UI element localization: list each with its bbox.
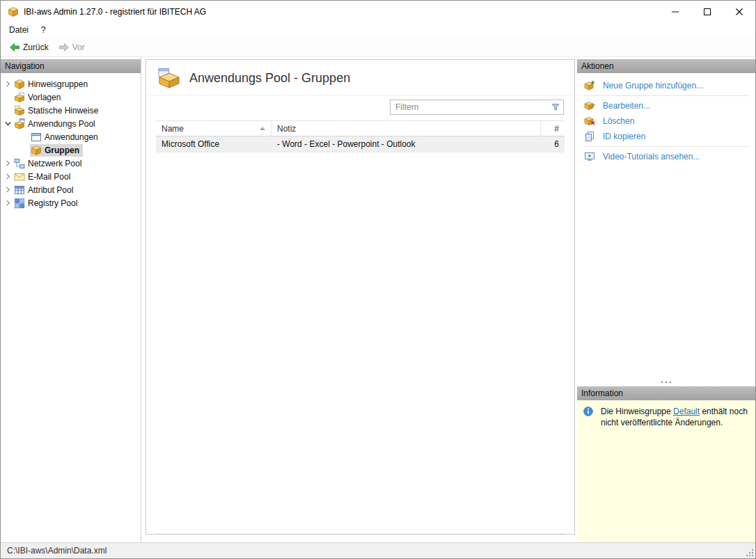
- filter-box: [390, 100, 564, 115]
- minimize-button[interactable]: [659, 1, 691, 22]
- sidebar-item-email-pool[interactable]: E-Mail Pool: [1, 170, 141, 183]
- navigation-header: Navigation: [1, 59, 141, 73]
- maximize-button[interactable]: [691, 1, 723, 22]
- close-icon: [736, 8, 743, 15]
- filter-funnel-icon[interactable]: [551, 102, 560, 112]
- center-column: Anwendungs Pool - Gruppen Name: [141, 57, 577, 542]
- default-group-link[interactable]: Default: [673, 407, 700, 416]
- network-icon: [14, 158, 25, 169]
- box-icon: [14, 105, 25, 116]
- column-label: Notiz: [277, 124, 296, 134]
- registry-icon: [14, 198, 25, 209]
- window-icon: [31, 132, 42, 143]
- navigation-panel: Navigation Hinweisgruppen Vorlagen: [1, 57, 141, 542]
- resize-grip-icon[interactable]: [745, 548, 754, 557]
- forward-button[interactable]: Vor: [54, 40, 90, 54]
- copy-icon: [584, 131, 595, 142]
- column-header-notiz[interactable]: Notiz: [271, 121, 541, 136]
- sidebar-item-label: E-Mail Pool: [28, 172, 70, 182]
- information-body: Die Hinweisgruppe Default enthält noch n…: [577, 400, 755, 542]
- information-text: Die Hinweisgruppe Default enthält noch n…: [601, 406, 750, 428]
- info-text-before: Die Hinweisgruppe: [601, 407, 673, 416]
- sidebar-item-vorlagen[interactable]: Vorlagen: [1, 90, 141, 104]
- sidebar-item-label: Statische Hinweise: [28, 106, 98, 116]
- right-panel: Aktionen Neue Gruppe hinzufügen... Bea: [577, 57, 755, 542]
- toolbar: Zurück Vor: [1, 38, 755, 57]
- sidebar-item-statische-hinweise[interactable]: Statische Hinweise: [1, 104, 141, 117]
- sidebar-item-label: Attribut Pool: [28, 185, 73, 195]
- sidebar-item-attribut-pool[interactable]: Attribut Pool: [1, 183, 141, 196]
- sidebar-item-anwendungs-pool[interactable]: Anwendungs Pool: [1, 117, 141, 130]
- main-panel: Anwendungs Pool - Gruppen Name: [145, 59, 575, 535]
- forward-label: Vor: [72, 42, 85, 52]
- sort-asc-icon: [260, 127, 265, 130]
- chevron-right-icon[interactable]: [3, 187, 13, 193]
- sidebar-item-hinweisgruppen[interactable]: Hinweisgruppen: [1, 77, 141, 90]
- maximize-icon: [704, 8, 711, 15]
- groups-table: Name Notiz # Microsoft Off: [156, 120, 565, 534]
- app-window: IBI-aws Admin 1.27.0 - registriert für I…: [0, 0, 756, 559]
- cell-count: 6: [541, 139, 565, 149]
- navigation-tree: Hinweisgruppen Vorlagen Statische Hinwei…: [1, 73, 141, 210]
- action-edit-group[interactable]: Bearbeiten...: [577, 98, 755, 113]
- main-header: Anwendungs Pool - Gruppen: [146, 60, 574, 95]
- actions-panel: Aktionen Neue Gruppe hinzufügen... Bea: [577, 59, 755, 386]
- action-video-tutorials[interactable]: Video-Tutorials ansehen...: [577, 149, 755, 164]
- action-add-group[interactable]: Neue Gruppe hinzufügen...: [577, 78, 755, 93]
- forward-arrow-icon: [58, 42, 70, 53]
- group-pool-icon: [157, 68, 181, 88]
- chevron-down-icon[interactable]: [3, 120, 13, 127]
- add-group-icon: [584, 80, 595, 91]
- column-label: Name: [162, 124, 184, 134]
- sidebar-item-netzwerk-pool[interactable]: Netzwerk Pool: [1, 157, 141, 170]
- box-icon: [14, 92, 25, 103]
- back-button[interactable]: Zurück: [4, 40, 54, 54]
- separator: [583, 146, 749, 147]
- menu-help[interactable]: ?: [35, 22, 52, 38]
- column-header-count[interactable]: #: [541, 121, 565, 136]
- sidebar-item-label: Vorlagen: [28, 93, 61, 102]
- sidebar-item-label: Registry Pool: [28, 198, 77, 208]
- table-row[interactable]: Microsoft Office - Word - Excel - Powerp…: [156, 136, 565, 152]
- minimize-icon: [672, 8, 679, 15]
- box-icon: [14, 79, 25, 90]
- statusbar: C:\IBI-aws\Admin\Data.xml: [1, 542, 755, 558]
- menu-datei[interactable]: Datei: [3, 22, 35, 38]
- sidebar-item-label: Anwendungs Pool: [28, 119, 95, 129]
- data-file-path: C:\IBI-aws\Admin\Data.xml: [7, 546, 107, 556]
- app-icon: [8, 6, 19, 17]
- action-delete-group[interactable]: Löschen: [577, 113, 755, 129]
- cell-notiz: - Word - Excel - Powerpoint - Outlook: [271, 139, 541, 149]
- video-icon: [584, 151, 595, 162]
- filter-input[interactable]: [390, 100, 564, 115]
- page-title: Anwendungs Pool - Gruppen: [189, 71, 350, 86]
- column-header-name[interactable]: Name: [156, 121, 271, 136]
- info-icon: [583, 406, 594, 417]
- action-copy-id[interactable]: ID kopieren: [577, 129, 755, 144]
- action-label: Löschen: [603, 116, 634, 126]
- chevron-right-icon[interactable]: [3, 200, 13, 206]
- action-label: Bearbeiten...: [603, 101, 650, 111]
- sidebar-item-label: Hinweisgruppen: [28, 79, 88, 89]
- information-panel: Information Die Hinweisgruppe Default en…: [577, 386, 755, 542]
- back-arrow-icon: [9, 42, 20, 53]
- sidebar-item-label: Gruppen: [45, 145, 79, 155]
- table-header: Name Notiz #: [156, 120, 565, 136]
- sidebar-item-registry-pool[interactable]: Registry Pool: [1, 196, 141, 210]
- attribute-icon: [14, 184, 25, 196]
- sidebar-item-label: Netzwerk Pool: [28, 159, 81, 168]
- close-button[interactable]: [723, 1, 755, 22]
- delete-group-icon: [584, 116, 595, 127]
- panel-splitter-grip[interactable]: [577, 378, 755, 386]
- back-label: Zurück: [23, 42, 49, 52]
- action-label: ID kopieren: [603, 132, 645, 141]
- chevron-right-icon[interactable]: [3, 173, 13, 180]
- chevron-right-icon[interactable]: [3, 160, 13, 166]
- sidebar-item-label: Anwendungen: [45, 132, 98, 142]
- sidebar-item-anwendungen[interactable]: Anwendungen: [1, 130, 141, 143]
- sidebar-item-gruppen[interactable]: Gruppen: [1, 143, 141, 157]
- edit-group-icon: [584, 100, 595, 111]
- mail-icon: [14, 171, 25, 182]
- chevron-right-icon[interactable]: [3, 81, 13, 87]
- box-icon: [31, 145, 42, 156]
